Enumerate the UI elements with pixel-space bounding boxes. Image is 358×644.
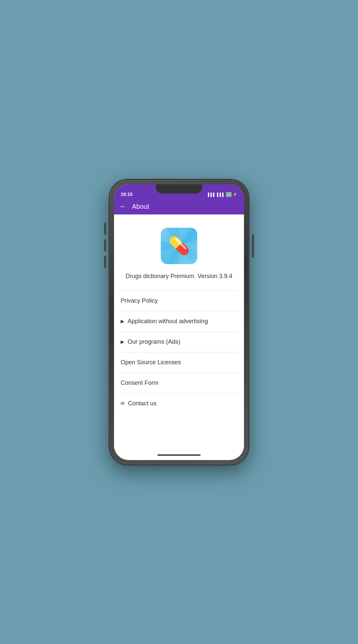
phone-frame: 19:10 ▌▌▌ ▌▌▌ 20 ⚡ ← About 💊 Drugs dic <box>109 180 249 465</box>
notch <box>156 184 202 194</box>
menu-item-privacy-policy[interactable]: Privacy Policy <box>114 291 244 311</box>
our-programs-label: Our programs (Ads) <box>128 338 180 345</box>
menu-item-app-without-ads[interactable]: ▶ Application without advertising <box>114 311 244 331</box>
app-icon-emoji: 💊 <box>168 236 190 256</box>
menu-item-open-source[interactable]: Open Source Licenses <box>114 352 244 373</box>
app-icon: 💊 <box>161 228 197 264</box>
privacy-policy-label: Privacy Policy <box>121 297 158 304</box>
page-title: About <box>132 203 149 210</box>
status-time: 19:10 <box>121 192 133 197</box>
signal-icon-2: ▌▌▌ <box>217 193 225 197</box>
play-icon-2: ▶ <box>121 339 124 344</box>
consent-form-label: Consent Form <box>121 380 158 386</box>
app-info-section: 💊 Drugs dictionary Premium. Version 3.9.… <box>114 214 244 290</box>
app-without-ads-label: Application without advertising <box>128 318 208 325</box>
home-bar <box>157 454 201 456</box>
open-source-label: Open Source Licenses <box>121 359 181 366</box>
app-name: Drugs dictionary Premium. Version 3.9.4 <box>126 272 232 280</box>
battery-icon: 20 <box>226 192 231 197</box>
menu-item-consent-form[interactable]: Consent Form <box>114 373 244 393</box>
menu-item-contact-us[interactable]: ✉ Contact us <box>114 393 244 414</box>
menu-item-our-programs[interactable]: ▶ Our programs (Ads) <box>114 332 244 352</box>
home-indicator <box>114 450 244 460</box>
play-icon-1: ▶ <box>121 319 124 324</box>
status-icons: ▌▌▌ ▌▌▌ 20 ⚡ <box>208 192 237 197</box>
back-button[interactable]: ← <box>119 203 127 210</box>
charging-icon: ⚡ <box>233 192 237 197</box>
email-icon: ✉ <box>121 401 125 406</box>
contact-us-label: Contact us <box>128 400 156 407</box>
header: ← About <box>114 199 244 214</box>
signal-icon: ▌▌▌ <box>208 193 215 197</box>
phone-screen: 19:10 ▌▌▌ ▌▌▌ 20 ⚡ ← About 💊 Drugs dic <box>114 184 244 460</box>
content-area: 💊 Drugs dictionary Premium. Version 3.9.… <box>114 214 244 450</box>
